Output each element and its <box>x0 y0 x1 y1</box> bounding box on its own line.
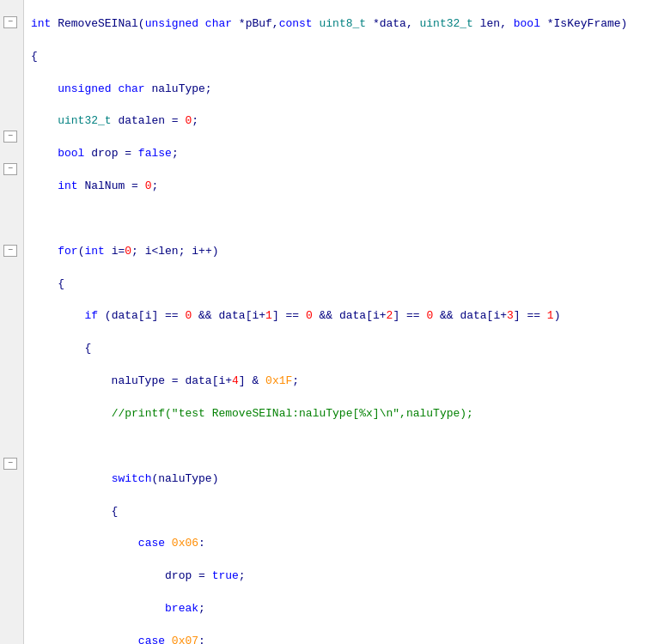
fold-marker-2[interactable]: − <box>3 131 17 143</box>
line-11: { <box>31 341 652 357</box>
line-5: bool drop = false; <box>31 146 652 162</box>
line-13: //printf("test RemoveSEINal:naluType[%x]… <box>31 406 652 422</box>
line-16: { <box>31 504 652 520</box>
fold-marker-4[interactable]: − <box>3 245 17 257</box>
line-10: if (data[i] == 0 && data[i+1] == 0 && da… <box>31 308 652 325</box>
gutter: − − − − − <box>0 0 24 644</box>
code-area: int RemoveSEINal(unsigned char *pBuf,con… <box>24 0 652 644</box>
line-2: { <box>31 49 652 65</box>
line-3: unsigned char naluType; <box>31 82 652 98</box>
line-14 <box>31 439 652 455</box>
line-8: for(int i=0; i<len; i++) <box>31 244 652 260</box>
fold-marker-3[interactable]: − <box>3 163 17 175</box>
code-editor: − − − − − int RemoveSEINal(unsigned char… <box>0 0 652 644</box>
line-18: drop = true; <box>31 568 652 585</box>
line-9: { <box>31 276 652 293</box>
line-4: uint32_t datalen = 0; <box>31 113 652 130</box>
fold-marker-5[interactable]: − <box>3 458 17 470</box>
line-15: switch(naluType) <box>31 471 652 488</box>
line-17: case 0x06: <box>31 536 652 552</box>
line-19: break; <box>31 601 652 617</box>
fold-marker-1[interactable]: − <box>3 16 17 28</box>
line-6: int NalNum = 0; <box>31 179 652 195</box>
line-7 <box>31 211 652 228</box>
line-12: naluType = data[i+4] & 0x1F; <box>31 374 652 390</box>
line-1: int RemoveSEINal(unsigned char *pBuf,con… <box>31 16 652 33</box>
line-20: case 0x07: <box>31 634 652 644</box>
